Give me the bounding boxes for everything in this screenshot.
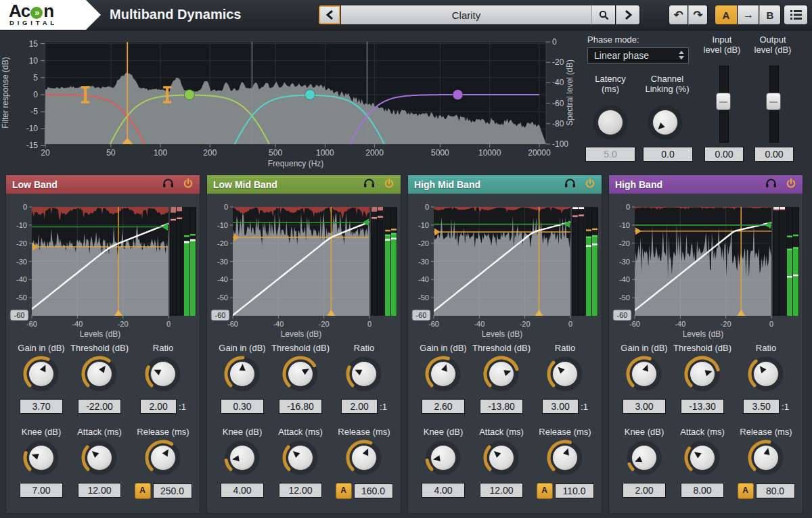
knee-value[interactable]: 2.00 — [623, 483, 666, 498]
release-value[interactable]: 250.0 — [153, 484, 192, 498]
svg-text:5: 5 — [33, 73, 38, 83]
svg-text:10: 10 — [29, 56, 39, 66]
knee-knob[interactable] — [424, 439, 462, 477]
preset-next-button[interactable] — [616, 5, 640, 25]
slider-thumb[interactable] — [766, 93, 781, 110]
svg-text:-20: -20 — [16, 239, 27, 248]
attack-value[interactable]: 12.00 — [279, 483, 322, 498]
svg-text:0: 0 — [568, 320, 572, 328]
gain-in-value[interactable]: 3.00 — [623, 399, 666, 414]
threshold-knob[interactable] — [81, 355, 118, 393]
ratio-knob[interactable] — [345, 355, 383, 393]
power-bypass-icon[interactable] — [183, 178, 194, 191]
auto-release-button[interactable]: A — [336, 483, 352, 499]
threshold-knob[interactable] — [683, 355, 721, 393]
ab-copy-button[interactable]: → — [738, 5, 759, 25]
undo-button[interactable]: ↶ — [669, 5, 688, 25]
knee-value[interactable]: 7.00 — [20, 483, 63, 498]
attack-knob[interactable] — [81, 439, 118, 477]
brand-sub: DIGITAL — [9, 19, 58, 26]
ratio-value[interactable]: 3.50 — [743, 399, 780, 414]
release-knob[interactable] — [747, 439, 785, 477]
knee-knob[interactable] — [625, 439, 663, 477]
auto-release-button[interactable]: A — [738, 483, 754, 499]
headphone-solo-icon[interactable] — [162, 178, 174, 191]
svg-text:Levels (dB): Levels (dB) — [482, 329, 523, 339]
band-level-display[interactable]: 0-10-20-30-40-50-60-40-200Levels (dB)-60 — [612, 199, 801, 342]
input-level-slider[interactable] — [719, 66, 729, 143]
threshold-value[interactable]: -13.80 — [480, 399, 523, 414]
attack-knob[interactable] — [482, 439, 520, 477]
threshold-value[interactable]: -16.80 — [279, 399, 322, 414]
release-knob[interactable] — [546, 439, 584, 477]
ab-b-button[interactable]: B — [759, 5, 781, 25]
redo-button[interactable]: ↷ — [688, 5, 708, 25]
band-level-display[interactable]: 0-10-20-30-40-50-60-40-200Levels (dB)-60 — [210, 199, 399, 342]
knee-knob[interactable] — [223, 439, 261, 477]
band-level-display[interactable]: 0-10-20-30-40-50-60-40-200Levels (dB)-60 — [411, 199, 600, 342]
spinner-arrows-icon[interactable] — [679, 51, 684, 60]
gain-in-knob[interactable] — [223, 355, 261, 393]
threshold-value[interactable]: -13.30 — [681, 399, 724, 414]
power-bypass-icon[interactable] — [585, 178, 595, 191]
channel-linking-knob[interactable] — [646, 103, 684, 141]
auto-release-button[interactable]: A — [135, 483, 151, 499]
ratio-value[interactable]: 2.00 — [140, 399, 177, 414]
threshold-label: Threshold (dB) — [66, 343, 133, 353]
attack-value[interactable]: 8.00 — [681, 483, 724, 498]
attack-value[interactable]: 12.00 — [78, 483, 121, 498]
output-level-slider[interactable] — [769, 66, 779, 143]
channel-linking-value[interactable]: 0.0 — [643, 147, 693, 162]
power-bypass-icon[interactable] — [384, 178, 394, 191]
ratio-knob[interactable] — [546, 355, 584, 393]
gain-in-knob[interactable] — [424, 355, 462, 393]
attack-knob[interactable] — [281, 439, 319, 477]
gain-in-knob[interactable] — [625, 355, 663, 393]
headphone-solo-icon[interactable] — [564, 178, 576, 191]
gain-in-value[interactable]: 2.60 — [422, 399, 465, 414]
ratio-knob[interactable] — [747, 355, 785, 393]
preset-prev-button[interactable] — [318, 5, 341, 25]
svg-text:-40: -40 — [675, 320, 685, 328]
ratio-suffix: :1 — [581, 402, 588, 412]
knee-value[interactable]: 4.00 — [422, 483, 465, 498]
knee-value[interactable]: 4.00 — [221, 483, 264, 498]
output-level-value[interactable]: 0.00 — [754, 147, 794, 162]
threshold-knob[interactable] — [281, 355, 319, 393]
threshold-value[interactable]: -22.00 — [78, 399, 121, 414]
attack-knob[interactable] — [683, 439, 721, 477]
attack-value[interactable]: 12.00 — [480, 483, 523, 498]
svg-text:-20: -20 — [721, 320, 731, 328]
ab-a-button[interactable]: A — [715, 5, 738, 25]
release-value[interactable]: 80.0 — [756, 484, 795, 498]
knee-knob[interactable] — [22, 439, 60, 477]
gain-in-knob[interactable] — [22, 355, 60, 393]
menu-button[interactable] — [784, 5, 808, 25]
phase-mode-select[interactable]: Linear phase — [587, 47, 689, 64]
gain-in-value[interactable]: 0.30 — [221, 399, 264, 414]
power-bypass-icon[interactable] — [786, 178, 796, 191]
release-value[interactable]: 110.0 — [555, 484, 594, 498]
slider-thumb[interactable] — [716, 93, 731, 110]
headphone-solo-icon[interactable] — [363, 178, 375, 191]
gain-in-value[interactable]: 3.70 — [20, 399, 63, 414]
svg-text:Frequency (Hz): Frequency (Hz) — [268, 159, 324, 168]
band-level-display[interactable]: 0-10-20-30-40-50-60-40-200Levels (dB)-60 — [9, 199, 198, 342]
svg-text:-20: -20 — [319, 320, 330, 328]
title-bar: Ac»n DIGITAL Multiband Dynamics Clarity … — [0, 0, 812, 30]
release-knob[interactable] — [345, 439, 383, 477]
crossover-spectrum-chart[interactable]: 151050-5-10-150-20-40-60-80-100205010020… — [0, 30, 581, 174]
input-level-value[interactable]: 0.00 — [704, 147, 744, 162]
ratio-value[interactable]: 3.00 — [542, 399, 579, 414]
release-knob[interactable] — [144, 439, 182, 477]
preset-search-button[interactable] — [591, 5, 616, 25]
threshold-knob[interactable] — [482, 355, 520, 393]
svg-text:0: 0 — [166, 320, 171, 328]
release-value[interactable]: 160.0 — [354, 484, 393, 498]
chevron-right-icon — [625, 10, 632, 20]
headphone-solo-icon[interactable] — [765, 178, 777, 191]
ratio-knob[interactable] — [144, 355, 182, 393]
ratio-value[interactable]: 2.00 — [341, 399, 378, 414]
preset-display[interactable]: Clarity — [341, 5, 591, 25]
auto-release-button[interactable]: A — [537, 483, 553, 499]
